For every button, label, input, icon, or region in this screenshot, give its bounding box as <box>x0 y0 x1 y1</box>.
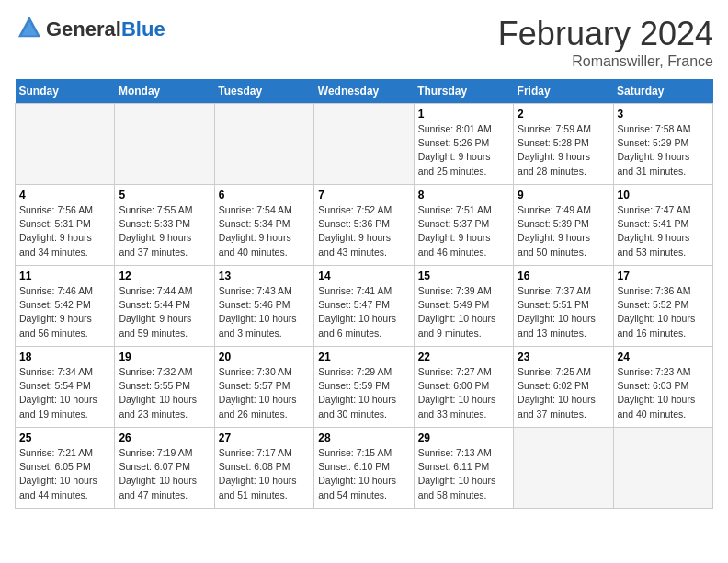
logo: GeneralBlue <box>15 15 165 44</box>
day-cell <box>115 104 214 185</box>
day-cell: 5Sunrise: 7:55 AMSunset: 5:33 PMDaylight… <box>115 185 214 266</box>
day-number: 15 <box>418 270 509 282</box>
day-cell: 15Sunrise: 7:39 AMSunset: 5:49 PMDayligh… <box>414 266 513 347</box>
day-cell <box>514 428 613 509</box>
day-info: Sunrise: 7:32 AMSunset: 5:55 PMDaylight:… <box>119 365 210 421</box>
day-info: Sunrise: 7:55 AMSunset: 5:33 PMDaylight:… <box>119 203 210 259</box>
page-header: GeneralBlue February 2024 Romanswiller, … <box>15 15 713 70</box>
day-cell: 19Sunrise: 7:32 AMSunset: 5:55 PMDayligh… <box>115 347 214 428</box>
day-info: Sunrise: 7:34 AMSunset: 5:54 PMDaylight:… <box>19 365 110 421</box>
day-number: 7 <box>318 189 409 201</box>
day-info: Sunrise: 7:15 AMSunset: 6:10 PMDaylight:… <box>318 446 409 502</box>
weekday-header-monday: Monday <box>115 79 214 104</box>
day-number: 5 <box>119 189 210 201</box>
day-cell <box>314 104 414 185</box>
day-cell: 21Sunrise: 7:29 AMSunset: 5:59 PMDayligh… <box>314 347 414 428</box>
day-cell: 6Sunrise: 7:54 AMSunset: 5:34 PMDaylight… <box>214 185 313 266</box>
day-number: 1 <box>418 108 509 121</box>
day-cell: 2Sunrise: 7:59 AMSunset: 5:28 PMDaylight… <box>514 104 613 185</box>
day-info: Sunrise: 7:36 AMSunset: 5:52 PMDaylight:… <box>618 284 709 340</box>
day-cell: 25Sunrise: 7:21 AMSunset: 6:05 PMDayligh… <box>16 428 115 509</box>
day-cell: 1Sunrise: 8:01 AMSunset: 5:26 PMDaylight… <box>414 104 513 185</box>
day-info: Sunrise: 7:27 AMSunset: 6:00 PMDaylight:… <box>418 365 509 421</box>
week-row-2: 4Sunrise: 7:56 AMSunset: 5:31 PMDaylight… <box>16 185 713 266</box>
day-number: 14 <box>318 270 409 282</box>
day-info: Sunrise: 7:59 AMSunset: 5:28 PMDaylight:… <box>518 122 609 178</box>
day-info: Sunrise: 7:25 AMSunset: 6:02 PMDaylight:… <box>518 365 609 421</box>
day-cell: 18Sunrise: 7:34 AMSunset: 5:54 PMDayligh… <box>16 347 115 428</box>
day-cell: 20Sunrise: 7:30 AMSunset: 5:57 PMDayligh… <box>214 347 313 428</box>
day-number: 4 <box>19 189 110 201</box>
day-cell: 16Sunrise: 7:37 AMSunset: 5:51 PMDayligh… <box>514 266 613 347</box>
day-info: Sunrise: 7:39 AMSunset: 5:49 PMDaylight:… <box>418 284 509 340</box>
day-number: 17 <box>618 270 709 282</box>
day-cell: 23Sunrise: 7:25 AMSunset: 6:02 PMDayligh… <box>514 347 613 428</box>
day-info: Sunrise: 7:56 AMSunset: 5:31 PMDaylight:… <box>19 203 110 259</box>
day-number: 29 <box>418 431 509 444</box>
weekday-header-tuesday: Tuesday <box>214 79 313 104</box>
day-number: 21 <box>318 350 409 363</box>
day-cell: 22Sunrise: 7:27 AMSunset: 6:00 PMDayligh… <box>414 347 513 428</box>
day-cell: 7Sunrise: 7:52 AMSunset: 5:36 PMDaylight… <box>314 185 414 266</box>
day-cell: 17Sunrise: 7:36 AMSunset: 5:52 PMDayligh… <box>613 266 712 347</box>
day-info: Sunrise: 7:52 AMSunset: 5:36 PMDaylight:… <box>318 203 409 259</box>
logo-icon <box>17 15 42 40</box>
day-cell: 26Sunrise: 7:19 AMSunset: 6:07 PMDayligh… <box>115 428 214 509</box>
title-area: February 2024 Romanswiller, France <box>498 15 713 70</box>
day-info: Sunrise: 7:13 AMSunset: 6:11 PMDaylight:… <box>418 446 509 502</box>
calendar-subtitle: Romanswiller, France <box>498 53 713 70</box>
day-cell: 4Sunrise: 7:56 AMSunset: 5:31 PMDaylight… <box>16 185 115 266</box>
day-number: 6 <box>219 189 310 201</box>
day-number: 28 <box>318 431 409 444</box>
day-info: Sunrise: 7:41 AMSunset: 5:47 PMDaylight:… <box>318 284 409 340</box>
day-info: Sunrise: 7:51 AMSunset: 5:37 PMDaylight:… <box>418 203 509 259</box>
day-cell <box>613 428 712 509</box>
week-row-5: 25Sunrise: 7:21 AMSunset: 6:05 PMDayligh… <box>16 428 713 509</box>
day-number: 2 <box>518 108 609 121</box>
day-info: Sunrise: 8:01 AMSunset: 5:26 PMDaylight:… <box>418 122 509 178</box>
weekday-header-wednesday: Wednesday <box>314 79 414 104</box>
day-info: Sunrise: 7:44 AMSunset: 5:44 PMDaylight:… <box>119 284 210 340</box>
weekday-header-row: SundayMondayTuesdayWednesdayThursdayFrid… <box>16 79 713 104</box>
day-number: 22 <box>418 350 509 363</box>
week-row-4: 18Sunrise: 7:34 AMSunset: 5:54 PMDayligh… <box>16 347 713 428</box>
day-info: Sunrise: 7:19 AMSunset: 6:07 PMDaylight:… <box>119 446 210 502</box>
weekday-header-friday: Friday <box>514 79 613 104</box>
day-cell: 11Sunrise: 7:46 AMSunset: 5:42 PMDayligh… <box>16 266 115 347</box>
day-info: Sunrise: 7:49 AMSunset: 5:39 PMDaylight:… <box>518 203 609 259</box>
day-cell: 10Sunrise: 7:47 AMSunset: 5:41 PMDayligh… <box>613 185 712 266</box>
day-info: Sunrise: 7:47 AMSunset: 5:41 PMDaylight:… <box>618 203 709 259</box>
day-cell: 27Sunrise: 7:17 AMSunset: 6:08 PMDayligh… <box>214 428 313 509</box>
calendar-title: February 2024 <box>498 15 713 53</box>
day-number: 20 <box>219 350 310 363</box>
day-info: Sunrise: 7:37 AMSunset: 5:51 PMDaylight:… <box>518 284 609 340</box>
day-number: 13 <box>219 270 310 282</box>
day-info: Sunrise: 7:23 AMSunset: 6:03 PMDaylight:… <box>618 365 709 421</box>
day-cell: 28Sunrise: 7:15 AMSunset: 6:10 PMDayligh… <box>314 428 414 509</box>
day-number: 26 <box>119 431 210 444</box>
day-info: Sunrise: 7:30 AMSunset: 5:57 PMDaylight:… <box>219 365 310 421</box>
day-cell: 13Sunrise: 7:43 AMSunset: 5:46 PMDayligh… <box>214 266 313 347</box>
day-number: 19 <box>119 350 210 363</box>
day-number: 3 <box>618 108 709 121</box>
day-cell <box>214 104 313 185</box>
day-number: 25 <box>19 431 110 444</box>
day-info: Sunrise: 7:54 AMSunset: 5:34 PMDaylight:… <box>219 203 310 259</box>
logo-general-text: General <box>46 17 121 40</box>
day-cell: 9Sunrise: 7:49 AMSunset: 5:39 PMDaylight… <box>514 185 613 266</box>
day-number: 16 <box>518 270 609 282</box>
day-number: 9 <box>518 189 609 201</box>
day-number: 27 <box>219 431 310 444</box>
logo-blue-text: Blue <box>121 17 165 40</box>
day-cell: 8Sunrise: 7:51 AMSunset: 5:37 PMDaylight… <box>414 185 513 266</box>
day-number: 12 <box>119 270 210 282</box>
day-info: Sunrise: 7:21 AMSunset: 6:05 PMDaylight:… <box>19 446 110 502</box>
day-cell: 3Sunrise: 7:58 AMSunset: 5:29 PMDaylight… <box>613 104 712 185</box>
weekday-header-sunday: Sunday <box>16 79 115 104</box>
day-cell <box>16 104 115 185</box>
day-info: Sunrise: 7:58 AMSunset: 5:29 PMDaylight:… <box>618 122 709 178</box>
day-number: 8 <box>418 189 509 201</box>
day-number: 18 <box>19 350 110 363</box>
weekday-header-thursday: Thursday <box>414 79 513 104</box>
day-cell: 14Sunrise: 7:41 AMSunset: 5:47 PMDayligh… <box>314 266 414 347</box>
